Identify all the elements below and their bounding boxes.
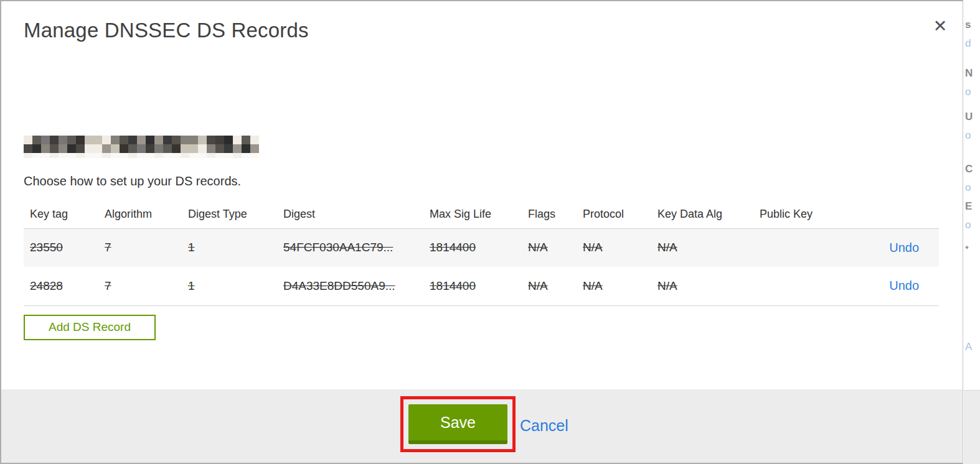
cell-public-key <box>760 267 847 305</box>
cell-max-sig-life: 1814400 <box>430 267 528 305</box>
table-header-row: Key tag Algorithm Digest Type Digest Max… <box>24 201 939 228</box>
cell-key-data-alg: N/A <box>657 267 760 305</box>
background-text-fragment: s <box>965 19 971 31</box>
background-text-fragment: E <box>965 200 972 213</box>
ds-records-table: Key tag Algorithm Digest Type Digest Max… <box>24 201 939 306</box>
cell-key-tag: 24828 <box>24 267 105 305</box>
dnssec-ds-records-modal: ✕ Manage DNSSEC DS Records Choose how to… <box>0 0 963 464</box>
background-text-fragment: U <box>965 111 973 123</box>
cell-max-sig-life: 1814400 <box>430 228 528 267</box>
cell-public-key <box>760 228 847 267</box>
cell-protocol: N/A <box>583 228 657 267</box>
background-text-fragment: o <box>965 219 971 231</box>
close-icon[interactable]: ✕ <box>930 16 950 36</box>
save-button[interactable]: Save <box>408 404 507 444</box>
add-ds-record-button[interactable]: Add DS Record <box>24 315 156 340</box>
col-header-digest-type: Digest Type <box>188 201 283 228</box>
undo-link[interactable]: Undo <box>889 279 919 292</box>
cell-flags: N/A <box>528 267 583 305</box>
cell-algorithm: 7 <box>105 267 188 305</box>
cell-algorithm: 7 <box>105 228 188 267</box>
instruction-text: Choose how to set up your DS records. <box>24 174 963 188</box>
col-header-public-key: Public Key <box>760 201 847 228</box>
background-text-fragment: o <box>965 129 971 142</box>
background-page-strip: A•oEoCoUoNds <box>964 0 980 464</box>
col-header-protocol: Protocol <box>583 201 657 228</box>
col-header-actions <box>847 201 939 228</box>
table-row: 23550 7 1 54FCF030AA1C79... 1814400 N/A … <box>24 228 939 267</box>
annotation-highlight-box: Save <box>400 396 516 452</box>
cancel-link[interactable]: Cancel <box>520 417 568 435</box>
background-text-fragment: N <box>965 67 973 80</box>
cell-digest-type: 1 <box>188 228 283 267</box>
cell-digest: 54FCF030AA1C79... <box>283 228 430 267</box>
cell-digest: D4A33E8DD550A9... <box>283 267 430 305</box>
table-row: 24828 7 1 D4A33E8DD550A9... 1814400 N/A … <box>24 267 939 305</box>
background-text-fragment: C <box>965 163 973 175</box>
col-header-key-tag: Key tag <box>24 201 105 228</box>
background-page-footer <box>964 390 980 464</box>
col-header-max-sig-life: Max Sig Life <box>430 201 528 228</box>
col-header-algorithm: Algorithm <box>105 201 188 228</box>
cell-key-tag: 23550 <box>24 228 105 267</box>
background-text-fragment: • <box>965 241 969 254</box>
cell-key-data-alg: N/A <box>657 228 760 267</box>
cell-protocol: N/A <box>583 267 657 305</box>
modal-footer: Save Cancel <box>1 389 963 463</box>
domain-name-redacted <box>24 136 261 158</box>
col-header-digest: Digest <box>283 201 430 228</box>
page-title: Manage DNSSEC DS Records <box>24 19 963 42</box>
cell-flags: N/A <box>528 228 583 267</box>
background-text-fragment: d <box>965 37 971 50</box>
background-text-fragment: o <box>965 86 971 98</box>
background-text-fragment: A <box>965 341 972 353</box>
col-header-key-data-alg: Key Data Alg <box>657 201 760 228</box>
undo-link[interactable]: Undo <box>889 241 919 254</box>
cell-digest-type: 1 <box>188 267 283 305</box>
col-header-flags: Flags <box>528 201 583 228</box>
background-text-fragment: o <box>965 182 971 194</box>
